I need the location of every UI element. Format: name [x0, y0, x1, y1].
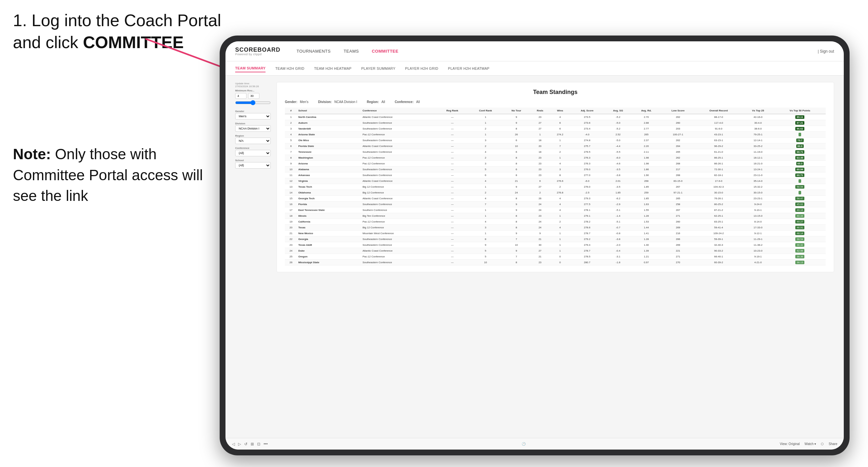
watch-btn[interactable]: Watch ▾: [805, 442, 816, 446]
col-no-tour: No Tour: [503, 107, 530, 114]
col-overall-record: Overall Record: [695, 107, 742, 114]
logo-subtitle: Powered by clippd: [235, 53, 280, 56]
col-low-score: Low Score: [661, 107, 695, 114]
table-row: 4Arizona StatePac-12 Conference—1261274.…: [285, 132, 826, 137]
toolbar-back-icon[interactable]: ◁: [232, 442, 235, 446]
table-row: 19CaliforniaPac-12 Conference—48242278.2…: [285, 219, 826, 225]
school-control: School (All): [235, 159, 271, 168]
division-control: Division NCAA Division I: [235, 122, 271, 132]
table-row: 20TexasBig 12 Conference—38244278.6-0.71…: [285, 225, 826, 230]
division-control-label: Division: [235, 122, 271, 125]
min-rounds-slider[interactable]: [235, 100, 271, 105]
view-original-btn[interactable]: View: Original: [780, 442, 800, 446]
sign-out-button[interactable]: | Sign out: [818, 49, 834, 54]
app-container: SCOREBOARD Powered by clippd TOURNAMENTS…: [225, 41, 844, 449]
col-conference: Conference: [361, 107, 436, 114]
subnav-player-summary[interactable]: PLAYER SUMMARY: [361, 65, 395, 72]
table-row: 26Mississippi StateSoutheastern Conferen…: [285, 260, 826, 266]
top-navigation: SCOREBOARD Powered by clippd TOURNAMENTS…: [225, 41, 844, 61]
standings-card: Team Standings Gender: Men's Division:: [277, 82, 834, 272]
min-rounds-label: Minimum Rou...: [235, 89, 271, 92]
col-avg-sg: Avg. SG: [604, 107, 632, 114]
share-btn[interactable]: Share: [829, 442, 837, 446]
region-filter: Region: All: [367, 100, 385, 104]
toolbar-more-icon[interactable]: •••: [264, 442, 268, 446]
col-vs-top-25: Vs Top 25: [742, 107, 774, 114]
gender-select[interactable]: Men's Women's: [235, 113, 271, 120]
table-row: 12VirginiaAtlantic Coast Conference—4216…: [285, 178, 826, 184]
col-rank: #: [285, 107, 297, 114]
instruction-title: 1. Log into the Coach Portal and click C…: [13, 10, 223, 53]
gender-filter: Gender: Men's: [285, 100, 309, 104]
min-rounds-min-input[interactable]: [235, 93, 246, 99]
logo-title: SCOREBOARD: [235, 47, 280, 53]
table-row: 6Florida StateAtlantic Coast Conference—…: [285, 144, 826, 149]
content-right: Team Standings Gender: Men's Division:: [277, 82, 834, 272]
col-adj-score: Adj. Score: [570, 107, 604, 114]
toolbar-grid-icon[interactable]: ⊞: [251, 442, 254, 446]
filters-row: Gender: Men's Division: NCAA Division I …: [285, 100, 826, 104]
table-row: 5Ole MissSoutheastern Conference—3618127…: [285, 137, 826, 144]
conference-control: Conference (All): [235, 147, 271, 156]
division-filter: Division: NCAA Division I: [318, 100, 357, 104]
table-row: 17East Tennessee StateSouthern Conferenc…: [285, 207, 826, 213]
logo-area: SCOREBOARD Powered by clippd: [235, 47, 280, 56]
note-text: Note: Only those with Committee Portal a…: [13, 144, 223, 206]
table-row: 22GeorgiaSoutheastern Conference—8721127…: [285, 237, 826, 242]
col-rnds: Rnds: [530, 107, 550, 114]
toolbar-clock[interactable]: 🕐: [522, 442, 526, 446]
table-row: 21New MexicoMountain West Conference—199…: [285, 230, 826, 237]
gender-control: Gender Men's Women's: [235, 110, 271, 120]
table-row: 7TennesseeSoutheastern Conference—461822…: [285, 149, 826, 155]
school-select[interactable]: (All): [235, 162, 271, 168]
col-reg-rank: Reg Rank: [436, 107, 468, 114]
table-row: 2AuburnSoutheastern Conference—19276273.…: [285, 120, 826, 126]
col-vs-top-50-pts: Vs Top 50 Points: [774, 107, 826, 114]
subnav-team-summary[interactable]: TEAM SUMMARY: [235, 65, 266, 72]
nav-items: TOURNAMENTS TEAMS COMMITTEE: [297, 47, 818, 55]
division-select[interactable]: NCAA Division I: [235, 125, 271, 132]
subnav-team-h2h-heatmap[interactable]: TEAM H2H HEATMAP: [314, 65, 351, 72]
region-select[interactable]: N/A: [235, 137, 271, 144]
toolbar-refresh-icon[interactable]: ↺: [244, 442, 247, 446]
instruction-area: 1. Log into the Coach Portal and click C…: [13, 10, 223, 206]
subnav-player-h2h-heatmap[interactable]: PLAYER H2H HEATMAP: [448, 65, 489, 72]
subnav-player-h2h-grid[interactable]: PLAYER H2H GRID: [405, 65, 438, 72]
region-filter-label: Region:: [367, 100, 379, 104]
conference-filter-value: All: [416, 100, 420, 104]
col-school: School: [297, 107, 361, 114]
main-content: Update time: 27/03/2024 16:56:26 Minimum…: [225, 75, 844, 438]
share-icon[interactable]: ⬡: [821, 442, 824, 446]
conference-select[interactable]: (All): [235, 150, 271, 156]
step-number: 1.: [13, 11, 27, 30]
toolbar-forward-icon[interactable]: ▷: [238, 442, 241, 446]
table-row: 9ArizonaPac-12 Conference—38234276.3-4.6…: [285, 161, 826, 167]
table-row: 13Texas TechBig 12 Conference—19272276.0…: [285, 184, 826, 190]
table-row: 25OregonPac-12 Conference—57210278.5-3.1…: [285, 254, 826, 260]
toolbar-box-icon[interactable]: ⊡: [257, 442, 260, 446]
gender-filter-value: Men's: [300, 100, 308, 104]
division-filter-value: NCAA Division I: [334, 100, 357, 104]
conference-control-label: Conference: [235, 147, 271, 150]
nav-committee[interactable]: COMMITTEE: [372, 47, 399, 55]
conference-filter: Conference: All: [395, 100, 420, 104]
division-filter-label: Division:: [318, 100, 332, 104]
table-row: 18IllinoisBig Ten Conference—18231279.1-…: [285, 213, 826, 219]
col-conf-rank: Conf Rank: [468, 107, 503, 114]
school-control-label: School: [235, 159, 271, 162]
note-bold: Note:: [13, 146, 51, 162]
tablet-screen: SCOREBOARD Powered by clippd TOURNAMENTS…: [225, 41, 844, 449]
table-row: 1North CarolinaAtlantic Coast Conference…: [285, 114, 826, 120]
region-control-label: Region: [235, 134, 271, 137]
table-row: 8WashingtonPac-12 Conference—28231276.3-…: [285, 155, 826, 161]
table-row: 16FloridaSoutheastern Conference—7924427…: [285, 201, 826, 207]
nav-teams[interactable]: TEAMS: [344, 47, 359, 55]
col-wins: Wins: [550, 107, 570, 114]
col-avg-rd: Avg. Rd.: [632, 107, 661, 114]
nav-tournaments[interactable]: TOURNAMENTS: [297, 47, 331, 55]
conference-filter-label: Conference:: [395, 100, 413, 104]
min-rounds-max-input[interactable]: [248, 93, 259, 99]
committee-word: COMMITTEE: [83, 33, 184, 52]
subnav-team-h2h-grid[interactable]: TEAM H2H GRID: [275, 65, 304, 72]
minimum-rounds-control: Minimum Rou...: [235, 89, 271, 106]
